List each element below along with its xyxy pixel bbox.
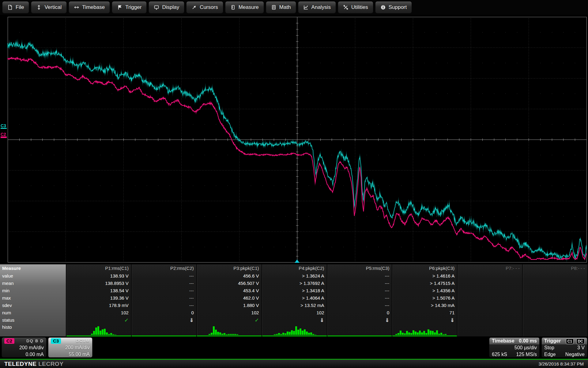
measure-value: 138.93 V (66, 272, 131, 280)
histogram-bar (282, 333, 284, 335)
measure-value: > 1.4616 A (392, 272, 457, 280)
histogram-bar (308, 333, 310, 335)
measure-value (523, 272, 587, 280)
menu-item-measure[interactable]: Measure (225, 1, 264, 13)
measure-histogram (66, 324, 131, 336)
measure-column-p4[interactable]: P4:pkpk(C2)> 1.3624 A> 1.37692 A> 1.3418… (262, 264, 327, 336)
menu-item-vertical[interactable]: Vertical (31, 1, 67, 13)
histogram-bar (285, 333, 286, 335)
menu-item-analysis[interactable]: Analysis (298, 1, 336, 13)
menu-item-trigger[interactable]: Trigger (112, 1, 147, 13)
menu-item-file[interactable]: File (2, 1, 29, 13)
menu-item-label: Cursors (200, 4, 218, 10)
measure-min (523, 287, 587, 294)
histogram-bar (415, 332, 417, 335)
measure-column-p6[interactable]: P6:pkpk(C3)> 1.4616 A> 1.47515 A> 1.4356… (392, 264, 458, 336)
histogram-bar (410, 333, 412, 335)
histogram-bar (432, 331, 434, 335)
channel-scale: 200 mA/div (4, 344, 44, 351)
menu-item-math[interactable]: Math (266, 1, 296, 13)
menu-item-timebase[interactable]: Timebase (69, 1, 110, 13)
measure-sdev: 1.880 V (197, 302, 262, 309)
histogram-bar (406, 331, 408, 335)
menu-item-support[interactable]: Support (375, 1, 412, 13)
measure-max: 462.0 V (197, 294, 262, 302)
brand-logo: TELEDYNE LECROY (4, 361, 63, 367)
timebase-per-div: 500 µs/div (514, 344, 537, 351)
measure-header: P8:- - - (523, 264, 587, 272)
histogram-bar (230, 334, 232, 335)
channel-descriptor-c2[interactable]: C2DQ B D200 mA/div0.00 mA (2, 337, 47, 358)
histogram-bar (312, 334, 314, 335)
row-label-min: min (0, 287, 66, 294)
measure-column-p5[interactable]: P5:rms(C3)---------------0⇓ (327, 264, 393, 336)
trigger-descriptor[interactable]: Trigger C1 DC Stop 3 V Edge Negative (541, 337, 587, 358)
measure-sdev (523, 302, 587, 309)
chart-icon (303, 5, 309, 10)
measure-mean: > 1.37692 A (262, 280, 327, 287)
measure-max: > 1.5076 A (392, 294, 457, 302)
calculator-icon (271, 5, 277, 10)
measure-min: > 1.3418 A (262, 287, 327, 294)
measure-mean: > 1.47515 A (392, 280, 457, 287)
measure-sdev: --- (327, 302, 392, 309)
histogram-bar (306, 332, 308, 335)
menu-item-cursors[interactable]: Cursors (186, 1, 223, 13)
channel-marker-c2[interactable]: C2 (1, 132, 7, 138)
ruler-icon (230, 5, 236, 10)
menu-item-label: Timebase (82, 4, 105, 10)
measure-sdev: 178.9 mV (66, 302, 131, 309)
menu-item-utilities[interactable]: Utilities (338, 1, 373, 13)
measure-column-p7[interactable]: P7:- - - (458, 264, 523, 336)
histogram-bar (104, 329, 106, 335)
timebase-samples: 625 kS (492, 351, 507, 358)
measure-table: Measure value mean min max sdev num stat… (0, 264, 588, 336)
menu-item-display[interactable]: Display (149, 1, 184, 13)
measure-mean: 138.8953 V (66, 280, 131, 287)
measure-column-p8[interactable]: P8:- - - (523, 264, 588, 336)
measure-header: P3:pkpk(C1) (197, 264, 262, 272)
timebase-descriptor[interactable]: Timebase 0.00 ms 500 µs/div 625 kS 125 M… (489, 337, 540, 358)
histogram-bar (106, 332, 108, 335)
histogram-bar (297, 330, 299, 335)
histogram-bar (304, 329, 306, 335)
menu-item-label: File (16, 4, 24, 10)
measure-max: > 1.4064 A (262, 294, 327, 302)
measure-mean (523, 280, 587, 287)
measure-value (458, 272, 522, 280)
histogram-bar (428, 329, 429, 335)
histogram-bar (443, 334, 444, 335)
channel-marker-c3[interactable]: C3 (1, 124, 7, 129)
histogram-bar (413, 330, 414, 335)
menu-item-label: Analysis (311, 4, 331, 10)
histogram-bar (287, 332, 288, 335)
measure-num: 0 (132, 309, 196, 316)
row-label-value: value (0, 272, 66, 280)
histogram-bar (274, 334, 276, 335)
measure-value: > 1.3624 A (262, 272, 327, 280)
measure-column-p1[interactable]: P1:rms(C1)138.93 V138.8953 V138.54 V139.… (66, 264, 132, 336)
measure-min: 138.54 V (66, 287, 131, 294)
timebase-rate: 125 MS/s (516, 351, 537, 358)
measure-max (458, 294, 522, 302)
flag-icon (117, 5, 123, 10)
histogram-bar (398, 333, 399, 335)
histogram-bar (438, 334, 440, 335)
measure-status-icon: ✓ (66, 316, 131, 324)
row-label-mean: mean (0, 280, 66, 287)
measure-mean: --- (327, 280, 392, 287)
menu-bar: FileVerticalTimebaseTriggerDisplayCursor… (0, 0, 588, 15)
measure-column-p2[interactable]: P2:rms(C2)---------------0⇓ (132, 264, 197, 336)
trigger-slope: Negative (565, 351, 585, 358)
measure-header: P1:rms(C1) (66, 264, 131, 272)
measure-column-p3[interactable]: P3:pkpk(C1)456.6 V456.507 V453.4 V462.0 … (197, 264, 262, 336)
channel-badge: C3 (51, 338, 61, 344)
measure-header: P6:pkpk(C3) (392, 264, 457, 272)
info-icon (380, 5, 386, 10)
histogram-bar (400, 331, 401, 335)
menu-item-label: Math (279, 4, 291, 10)
histogram-bar (289, 332, 291, 335)
horizontal-arrows-icon (74, 5, 79, 10)
measure-value: --- (132, 272, 196, 280)
channel-descriptor-c3[interactable]: C3DC1M200 mA/div55.00 mA (48, 337, 92, 358)
